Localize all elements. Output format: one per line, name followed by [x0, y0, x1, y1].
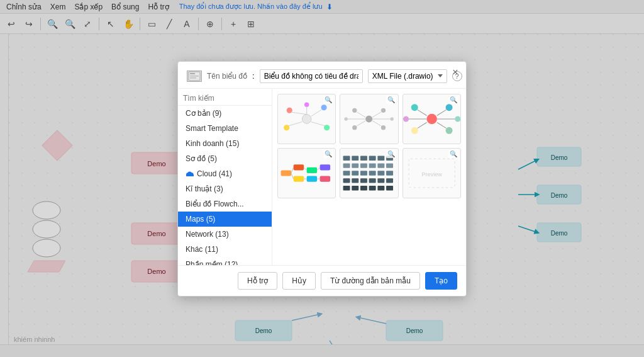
category-kinh-doanh[interactable]: Kinh doanh (15) — [178, 136, 272, 151]
cloud-icon — [186, 170, 194, 177]
category-list: 🔍 Cơ bản (9) Smart Template Kinh doanh (… — [178, 89, 272, 265]
svg-rect-37 — [190, 77, 196, 79]
svg-rect-117 — [352, 186, 359, 190]
category-ki-thuat[interactable]: Kĩ thuật (3) — [178, 181, 272, 196]
svg-point-56 — [353, 125, 357, 130]
svg-line-90 — [317, 167, 320, 170]
svg-rect-103 — [386, 163, 393, 167]
template-card-2[interactable]: 🔍 — [340, 94, 398, 144]
svg-line-62 — [357, 120, 366, 125]
svg-rect-100 — [360, 163, 367, 167]
svg-rect-110 — [343, 178, 350, 183]
svg-point-57 — [381, 125, 386, 130]
svg-point-58 — [345, 117, 348, 120]
svg-rect-82 — [307, 167, 317, 173]
format-select[interactable]: XML File (.drawio)PNGSVGHTML — [368, 69, 447, 83]
svg-point-59 — [391, 117, 394, 120]
svg-line-51 — [288, 122, 302, 125]
dialog-header: Tên biểu đồ: XML File (.drawio)PNGSVGHTM… — [178, 62, 466, 89]
zoom-icon-4: 🔍 — [323, 150, 333, 158]
svg-line-48 — [291, 112, 307, 115]
category-maps[interactable]: Maps (5) — [178, 212, 272, 227]
category-search-bar: 🔍 — [178, 91, 272, 106]
svg-line-88 — [304, 167, 307, 170]
svg-point-67 — [411, 104, 418, 111]
svg-rect-81 — [294, 176, 304, 181]
svg-rect-36 — [190, 76, 199, 77]
svg-line-76 — [417, 122, 426, 128]
zoom-icon-6: 🔍 — [448, 150, 458, 158]
category-cloud[interactable]: Cloud (41) — [178, 166, 272, 181]
title-label: Tên biểu đồ — [207, 72, 247, 81]
category-smart-template[interactable]: Smart Template — [178, 121, 272, 136]
template-card-3[interactable]: 🔍 — [402, 94, 461, 144]
category-so-do[interactable]: Sơ đồ (5) — [178, 151, 272, 166]
svg-line-61 — [372, 112, 381, 117]
svg-line-49 — [311, 109, 322, 116]
svg-point-69 — [445, 127, 452, 133]
svg-rect-85 — [320, 176, 330, 181]
category-khac[interactable]: Khác (11) — [178, 242, 272, 257]
svg-rect-118 — [360, 186, 367, 190]
svg-rect-94 — [360, 156, 367, 160]
svg-rect-107 — [369, 171, 376, 175]
dialog-close-button[interactable]: × — [450, 67, 461, 78]
category-bieu-do-flowch[interactable]: Biểu đồ Flowch... — [178, 196, 272, 212]
help-button[interactable]: Hỗ trợ — [238, 272, 277, 290]
svg-point-71 — [403, 116, 409, 122]
category-network[interactable]: Network (13) — [178, 227, 272, 242]
svg-point-70 — [411, 127, 418, 133]
svg-point-55 — [381, 108, 386, 112]
template-card-5[interactable]: 🔍 — [340, 148, 398, 198]
svg-rect-114 — [378, 178, 385, 183]
svg-line-75 — [437, 122, 447, 128]
svg-rect-121 — [386, 186, 393, 190]
modal-overlay: × Tên biểu đồ: XML File (.drawio)PNGSVGH… — [0, 0, 644, 357]
category-co-ban[interactable]: Cơ bản (9) — [178, 106, 272, 121]
svg-rect-93 — [352, 156, 359, 160]
svg-line-73 — [417, 110, 426, 115]
diagram-file-icon — [187, 71, 202, 82]
svg-rect-119 — [369, 186, 376, 190]
svg-rect-98 — [343, 163, 350, 167]
svg-rect-112 — [360, 178, 367, 183]
template-card-4[interactable]: 🔍 — [277, 148, 336, 198]
svg-rect-102 — [378, 163, 385, 167]
svg-rect-105 — [352, 171, 359, 175]
svg-rect-95 — [369, 156, 376, 160]
svg-rect-109 — [386, 171, 393, 175]
svg-rect-96 — [378, 156, 385, 160]
template-link-button[interactable]: Từ đường dẫn bản mẫu — [321, 272, 420, 290]
template-card-6[interactable]: 🔍 Preview — [402, 148, 461, 198]
template-card-1[interactable]: 🔍 — [277, 94, 336, 144]
svg-rect-35 — [190, 73, 195, 74]
svg-line-60 — [357, 112, 366, 117]
svg-rect-116 — [343, 186, 350, 190]
svg-point-42 — [302, 114, 311, 123]
dialog: × Tên biểu đồ: XML File (.drawio)PNGSVGH… — [177, 61, 467, 297]
svg-rect-92 — [343, 156, 350, 160]
svg-line-86 — [291, 167, 294, 173]
zoom-icon-1: 🔍 — [323, 96, 333, 104]
svg-point-40 — [188, 172, 192, 175]
svg-rect-104 — [343, 171, 350, 175]
template-grid: 🔍 — [272, 89, 466, 265]
search-input[interactable] — [183, 94, 272, 103]
category-phan-mem[interactable]: Phần mềm (12) — [178, 257, 272, 265]
svg-rect-111 — [352, 178, 359, 183]
svg-point-68 — [445, 104, 452, 111]
cancel-button[interactable]: Hủy — [282, 272, 316, 290]
svg-point-66 — [426, 113, 436, 123]
svg-point-54 — [353, 108, 357, 112]
svg-line-50 — [311, 122, 325, 125]
zoom-icon-3: 🔍 — [448, 96, 458, 104]
svg-rect-83 — [307, 176, 317, 181]
svg-line-87 — [291, 173, 294, 179]
svg-rect-120 — [378, 186, 385, 190]
create-button[interactable]: Tạo — [425, 272, 457, 290]
svg-line-63 — [372, 120, 381, 125]
title-input[interactable] — [260, 69, 363, 83]
zoom-icon-2: 🔍 — [386, 96, 396, 104]
svg-rect-101 — [369, 163, 376, 167]
dialog-body: 🔍 Cơ bản (9) Smart Template Kinh doanh (… — [178, 89, 466, 265]
